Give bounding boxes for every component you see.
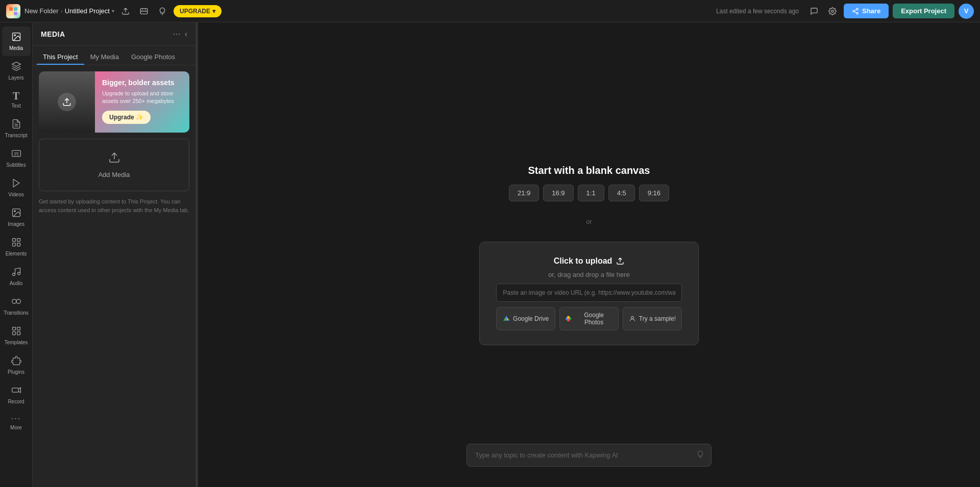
svg-point-5 — [831, 10, 834, 12]
sidebar-item-label-videos: Videos — [8, 192, 23, 197]
share-button[interactable]: Share — [844, 4, 889, 18]
layers-icon — [11, 61, 21, 73]
comment-button[interactable] — [807, 4, 821, 18]
sidebar-item-transitions[interactable]: Transitions — [2, 291, 31, 321]
upgrade-arrow: ▾ — [212, 8, 215, 15]
export-button[interactable]: Export Project — [893, 4, 954, 18]
svg-rect-26 — [17, 332, 20, 335]
svg-point-20 — [17, 272, 20, 275]
tab-google-photos[interactable]: Google Photos — [125, 50, 181, 65]
history-button[interactable] — [137, 4, 151, 18]
sidebar-item-videos[interactable]: Videos — [2, 173, 31, 202]
media-options-button[interactable]: ··· — [173, 29, 181, 39]
svg-point-32 — [631, 316, 633, 319]
sidebar-item-label-transcript: Transcript — [5, 133, 27, 138]
svg-rect-2 — [9, 12, 13, 15]
sidebar-item-more[interactable]: ··· More — [2, 409, 31, 435]
images-icon — [11, 208, 21, 219]
ai-input-bar — [467, 444, 712, 467]
topbar-left: New Folder › Untitled Project ▾ UPGRADE … — [6, 4, 222, 18]
sidebar-item-layers[interactable]: Layers — [2, 56, 31, 86]
ratio-4-5[interactable]: 4:5 — [608, 185, 635, 201]
sidebar-item-plugins[interactable]: Plugins — [2, 350, 31, 380]
add-media-button[interactable]: Add Media — [39, 139, 189, 191]
upload-button[interactable] — [118, 4, 133, 18]
tab-this-project[interactable]: This Project — [37, 50, 84, 65]
ratio-1-1[interactable]: 1:1 — [578, 185, 604, 201]
ratio-buttons: 21:9 16:9 1:1 4:5 9:16 — [509, 185, 669, 201]
sidebar-item-transcript[interactable]: Transcript — [2, 114, 31, 143]
google-drive-label: Google Drive — [513, 315, 549, 322]
or-divider: or — [586, 218, 592, 225]
settings-button[interactable] — [825, 4, 840, 18]
topbar: New Folder › Untitled Project ▾ UPGRADE … — [0, 0, 980, 22]
upgrade-button[interactable]: UPGRADE ▾ — [174, 5, 222, 17]
svg-marker-12 — [13, 180, 19, 187]
audio-icon — [11, 267, 21, 278]
svg-point-30 — [567, 316, 570, 318]
sidebar-item-audio[interactable]: Audio — [2, 262, 31, 291]
breadcrumb-separator: › — [60, 7, 62, 15]
svg-point-8 — [856, 12, 859, 14]
sidebar-item-media[interactable]: Media — [2, 27, 31, 56]
sidebar-item-elements[interactable]: Elements — [2, 232, 31, 262]
record-icon — [11, 385, 21, 397]
sidebar-item-text[interactable]: T Text — [2, 86, 31, 114]
videos-icon — [11, 178, 21, 190]
ratio-9-16[interactable]: 9:16 — [639, 185, 669, 201]
svg-rect-23 — [12, 327, 15, 330]
media-icon — [11, 32, 21, 43]
media-help-text: Get started by uploading content to This… — [39, 197, 189, 214]
text-icon: T — [13, 91, 19, 101]
sidebar-item-images[interactable]: Images — [2, 202, 31, 232]
canvas-center: Start with a blank canvas 21:9 16:9 1:1 … — [198, 22, 980, 487]
plugins-icon — [11, 355, 21, 367]
ai-input[interactable] — [467, 444, 712, 467]
url-paste-input[interactable] — [496, 284, 682, 302]
svg-point-22 — [16, 299, 20, 303]
google-photos-button[interactable]: Google Photos — [559, 307, 619, 330]
try-sample-button[interactable]: Try a sample! — [623, 307, 682, 330]
ratio-21-9[interactable]: 21:9 — [509, 185, 539, 201]
logo — [6, 4, 20, 18]
project-name[interactable]: Untitled Project — [65, 7, 110, 15]
sidebar-item-label-media: Media — [9, 45, 23, 51]
project-dropdown-arrow[interactable]: ▾ — [112, 8, 114, 14]
media-panel: MEDIA ··· ‹ This Project My Media Google… — [33, 22, 196, 487]
google-photos-label: Google Photos — [575, 312, 613, 326]
sidebar-item-label-subtitles: Subtitles — [6, 162, 26, 168]
add-media-label: Add Media — [98, 171, 130, 178]
svg-rect-3 — [14, 12, 17, 15]
sidebar-item-record[interactable]: Record — [2, 380, 31, 409]
sidebar-item-templates[interactable]: Templates — [2, 321, 31, 350]
elements-icon — [11, 237, 21, 249]
ratio-16-9[interactable]: 16:9 — [543, 185, 573, 201]
sidebar-item-label-layers: Layers — [8, 75, 23, 81]
sidebar-item-label-text: Text — [11, 103, 20, 109]
lightbulb-button[interactable] — [155, 4, 169, 18]
svg-point-6 — [856, 8, 859, 10]
svg-point-21 — [12, 299, 16, 303]
sidebar-item-label-audio: Audio — [10, 280, 23, 286]
folder-name[interactable]: New Folder — [24, 7, 58, 15]
media-tabs: This Project My Media Google Photos — [33, 46, 195, 65]
transcript-icon — [11, 119, 21, 131]
user-avatar: V — [959, 4, 974, 19]
media-collapse-button[interactable]: ‹ — [185, 30, 187, 39]
svg-point-10 — [14, 35, 15, 36]
svg-rect-0 — [9, 7, 13, 11]
media-panel-title: MEDIA — [41, 30, 65, 38]
tab-my-media[interactable]: My Media — [84, 50, 125, 65]
google-drive-button[interactable]: Google Drive — [496, 307, 555, 330]
sidebar-item-subtitles[interactable]: Subtitles — [2, 143, 31, 173]
upgrade-card-button[interactable]: Upgrade ✨ — [102, 111, 151, 124]
svg-rect-17 — [12, 243, 15, 246]
subtitles-icon — [11, 148, 21, 160]
svg-point-31 — [567, 319, 570, 321]
svg-point-14 — [14, 211, 15, 212]
upload-title: Click to upload — [554, 257, 625, 266]
topbar-actions: Last edited a few seconds ago Share Expo… — [716, 4, 974, 19]
upload-section[interactable]: Click to upload or, drag and drop a file… — [479, 242, 699, 345]
svg-rect-27 — [12, 388, 18, 392]
sidebar-item-label-images: Images — [8, 221, 24, 227]
